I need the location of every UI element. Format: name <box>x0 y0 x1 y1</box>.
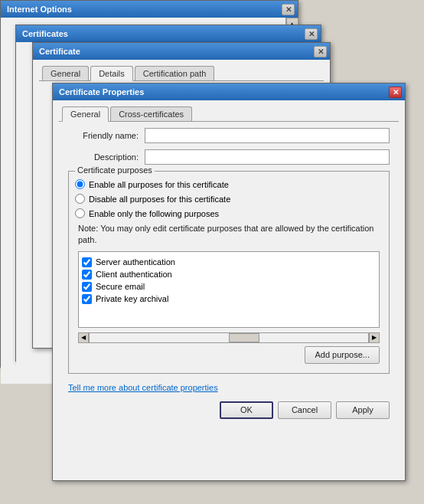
tab-general[interactable]: General <box>42 66 89 80</box>
hscroll-left[interactable]: ◀ <box>78 332 89 343</box>
description-label: Description: <box>68 152 145 162</box>
description-input[interactable] <box>145 149 390 165</box>
cert-purposes-list: Server authentication Client authenticat… <box>78 251 380 328</box>
radio-enable-only-label: Enable only the following purposes <box>89 209 219 218</box>
hscroll-thumb[interactable] <box>229 333 259 342</box>
cert-props-window: Certificate Properties ✕ General Cross-c… <box>52 83 406 481</box>
checkbox-client-auth-input[interactable] <box>82 270 92 280</box>
cert-purposes-note: Note: You may only edit certificate purp… <box>78 223 380 247</box>
add-purpose-button[interactable]: Add purpose... <box>305 346 380 364</box>
cert-props-title: Certificate Properties <box>56 87 144 97</box>
cert-props-close[interactable]: ✕ <box>389 87 402 98</box>
button-row: OK Cancel Apply <box>59 395 399 425</box>
certificates-title: Certificates <box>19 29 68 38</box>
checkbox-client-auth[interactable]: Client authentication <box>82 270 376 280</box>
checkbox-private-key-label: Private key archival <box>96 294 168 303</box>
friendly-name-input[interactable] <box>145 128 390 143</box>
friendly-name-row: Friendly name: <box>59 128 399 143</box>
checkbox-secure-email[interactable]: Secure email <box>82 282 376 292</box>
checkbox-secure-email-input[interactable] <box>82 282 92 292</box>
radio-disable-all[interactable]: Disable all purposes for this certificat… <box>75 194 383 204</box>
checkbox-private-key[interactable]: Private key archival <box>82 294 376 304</box>
add-purpose-container: Add purpose... <box>78 346 380 364</box>
cert-props-body: General Cross-certificates Friendly name… <box>53 100 405 431</box>
certificates-titlebar: Certificates ✕ <box>16 25 321 42</box>
radio-enable-only[interactable]: Enable only the following purposes <box>75 208 383 218</box>
radio-enable-all-input[interactable] <box>75 179 85 189</box>
radio-disable-all-label: Disable all purposes for this certificat… <box>89 195 230 204</box>
certificate-titlebar: Certificate ✕ <box>33 43 330 60</box>
hscroll-right[interactable]: ▶ <box>369 332 380 343</box>
tab-general[interactable]: General <box>62 106 109 122</box>
cancel-button[interactable]: Cancel <box>278 401 331 419</box>
hscrollbar[interactable]: ◀ ▶ <box>78 332 380 343</box>
checkbox-server-auth-input[interactable] <box>82 257 92 267</box>
checkbox-private-key-input[interactable] <box>82 294 92 304</box>
cert-props-titlebar: Certificate Properties ✕ <box>53 83 405 100</box>
certificates-close[interactable]: ✕ <box>305 28 318 40</box>
checkbox-client-auth-label: Client authentication <box>96 270 172 279</box>
certificate-tabs: General Details Certification path <box>39 66 324 81</box>
checkbox-secure-email-label: Secure email <box>96 282 145 291</box>
tab-certpath[interactable]: Certification path <box>135 66 215 80</box>
description-row: Description: <box>59 149 399 165</box>
tab-details[interactable]: Details <box>90 66 133 81</box>
learn-more-link[interactable]: Tell me more about certificate propertie… <box>68 383 218 392</box>
radio-enable-all-label: Enable all purposes for this certificate <box>89 180 229 189</box>
hscroll-track[interactable] <box>89 332 369 343</box>
certificate-close[interactable]: ✕ <box>314 46 327 57</box>
certificate-title: Certificate <box>36 47 80 56</box>
radio-disable-all-input[interactable] <box>75 194 85 204</box>
internet-options-title: Internet Options <box>4 5 72 14</box>
internet-options-titlebar: Internet Options ✕ <box>1 1 298 18</box>
checkbox-server-auth[interactable]: Server authentication <box>82 257 376 267</box>
tab-crosscerts[interactable]: Cross-certificates <box>110 106 192 121</box>
cert-props-tabs: General Cross-certificates <box>59 106 399 122</box>
cert-purposes-group: Certificate purposes Enable all purposes… <box>68 171 390 374</box>
cert-purposes-legend: Certificate purposes <box>75 165 155 175</box>
checkbox-server-auth-label: Server authentication <box>96 257 175 267</box>
internet-options-close[interactable]: ✕ <box>282 4 295 15</box>
radio-enable-all[interactable]: Enable all purposes for this certificate <box>75 179 383 189</box>
radio-enable-only-input[interactable] <box>75 208 85 218</box>
ok-button[interactable]: OK <box>220 401 273 419</box>
apply-button[interactable]: Apply <box>336 401 390 419</box>
friendly-name-label: Friendly name: <box>68 131 145 140</box>
